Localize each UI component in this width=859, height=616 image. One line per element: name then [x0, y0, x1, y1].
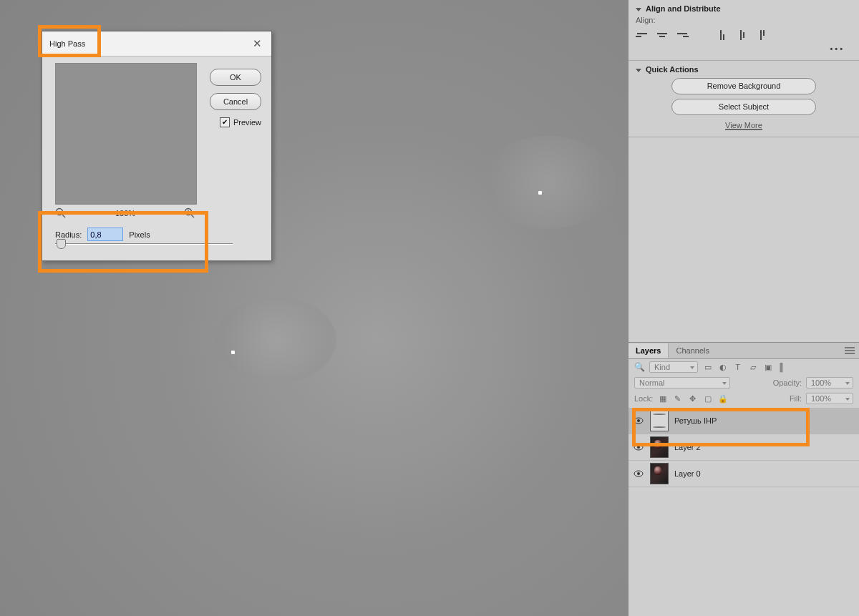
- align-distribute-section: Align and Distribute Align: •••: [629, 0, 859, 61]
- align-top-icon[interactable]: [716, 29, 729, 41]
- lock-label: Lock:: [634, 394, 653, 403]
- lock-fill-row: Lock: ▦ ✎ ✥ ▢ 🔒 Fill: 100%: [629, 391, 859, 406]
- section-title: Align and Distribute: [646, 4, 721, 13]
- filter-pixel-icon[interactable]: ▭: [702, 362, 713, 372]
- face-eye-left: [215, 297, 336, 383]
- lock-artboard-icon[interactable]: ▢: [702, 393, 713, 404]
- align-label: Align:: [636, 16, 852, 24]
- tab-channels[interactable]: Channels: [669, 343, 716, 358]
- visibility-toggle-icon[interactable]: [633, 415, 644, 426]
- lock-all-icon[interactable]: 🔒: [717, 393, 728, 404]
- preview-label: Preview: [233, 118, 261, 127]
- filter-toggle-icon[interactable]: ▌: [777, 362, 788, 372]
- blend-mode-dropdown[interactable]: Normal: [634, 377, 730, 388]
- layers-panel: Layers Channels 🔍 Kind ▭ ◐ T ▱ ▣ ▌ Norma…: [628, 342, 859, 616]
- dialog-title: High Pass: [49, 39, 85, 48]
- quick-actions-section: Quick Actions Remove Background Select S…: [629, 61, 859, 137]
- layer-thumbnail[interactable]: [650, 463, 669, 484]
- svg-line-10: [190, 215, 194, 218]
- tab-layers[interactable]: Layers: [629, 343, 669, 358]
- filter-smart-icon[interactable]: ▣: [762, 362, 773, 372]
- slider-track: [55, 243, 233, 245]
- svg-point-1: [637, 419, 640, 422]
- radius-label: Radius:: [55, 230, 82, 239]
- radius-slider[interactable]: [55, 243, 233, 245]
- more-options-icon[interactable]: •••: [636, 44, 852, 53]
- radius-row: Radius: Pixels: [55, 228, 150, 241]
- close-icon[interactable]: ✕: [250, 37, 264, 50]
- layer-list: Ретушь IHP Layer 2 Layer 0: [629, 406, 859, 487]
- select-subject-button[interactable]: Select Subject: [671, 99, 816, 115]
- panel-menu-icon[interactable]: [845, 347, 855, 354]
- layer-thumbnail[interactable]: [650, 436, 669, 458]
- search-icon: 🔍: [634, 362, 645, 372]
- high-pass-dialog: High Pass ✕ 100% OK Cancel ✔ Preview Rad…: [42, 31, 272, 261]
- layer-thumbnail[interactable]: [650, 410, 669, 431]
- layer-name[interactable]: Layer 2: [674, 443, 701, 451]
- align-icons-row: [636, 29, 852, 41]
- filter-adjust-icon[interactable]: ◐: [717, 362, 728, 372]
- opacity-value[interactable]: 100%: [806, 377, 853, 388]
- preview-checkbox-row[interactable]: ✔ Preview: [220, 117, 261, 127]
- layer-row[interactable]: Ретушь IHP: [629, 408, 859, 434]
- section-title: Quick Actions: [646, 65, 699, 74]
- svg-point-5: [637, 472, 640, 475]
- section-header-align[interactable]: Align and Distribute: [636, 4, 852, 13]
- align-center-h-icon[interactable]: [656, 29, 669, 41]
- filter-kind-dropdown[interactable]: Kind: [649, 361, 698, 373]
- lock-transparency-icon[interactable]: ▦: [657, 393, 668, 404]
- dialog-titlebar[interactable]: High Pass ✕: [42, 31, 271, 57]
- layer-row[interactable]: Layer 0: [629, 461, 859, 487]
- lock-pixels-icon[interactable]: ✎: [672, 393, 683, 404]
- fill-label: Fill:: [790, 394, 802, 403]
- layer-filter-row: 🔍 Kind ▭ ◐ T ▱ ▣ ▌: [629, 359, 859, 375]
- align-bottom-icon[interactable]: [756, 29, 769, 41]
- zoom-out-icon[interactable]: [55, 207, 67, 219]
- specular-1: [231, 351, 235, 354]
- svg-line-7: [62, 215, 66, 218]
- zoom-row: 100%: [55, 207, 195, 219]
- visibility-toggle-icon[interactable]: [633, 441, 644, 453]
- specular-2: [538, 191, 542, 195]
- filter-shape-icon[interactable]: ▱: [747, 362, 758, 372]
- dialog-body: 100% OK Cancel ✔ Preview Radius: Pixels: [42, 56, 271, 260]
- layer-name[interactable]: Layer 0: [674, 469, 701, 478]
- remove-background-button[interactable]: Remove Background: [671, 78, 816, 94]
- zoom-value: 100%: [115, 209, 135, 217]
- section-header-quick[interactable]: Quick Actions: [636, 65, 852, 74]
- preview-checkbox[interactable]: ✔: [220, 117, 230, 127]
- align-left-icon[interactable]: [636, 29, 649, 41]
- opacity-label: Opacity:: [773, 378, 802, 387]
- lock-position-icon[interactable]: ✥: [687, 393, 698, 404]
- filter-preview[interactable]: [55, 63, 197, 205]
- radius-input[interactable]: [87, 228, 123, 241]
- cancel-button[interactable]: Cancel: [210, 93, 261, 110]
- slider-knob[interactable]: [57, 239, 66, 249]
- properties-panel: Align and Distribute Align: ••• Quick Ac…: [628, 0, 859, 342]
- radius-unit: Pixels: [129, 230, 150, 239]
- layer-name[interactable]: Ретушь IHP: [674, 416, 717, 425]
- view-more-link[interactable]: View More: [725, 121, 762, 130]
- panel-tabs: Layers Channels: [629, 343, 859, 359]
- fill-value[interactable]: 100%: [806, 393, 853, 404]
- ok-button[interactable]: OK: [210, 69, 261, 86]
- zoom-in-icon[interactable]: [184, 207, 195, 219]
- svg-point-3: [637, 446, 640, 449]
- filter-type-icon[interactable]: T: [732, 362, 743, 372]
- align-center-v-icon[interactable]: [736, 29, 749, 41]
- blend-opacity-row: Normal Opacity: 100%: [629, 375, 859, 391]
- visibility-toggle-icon[interactable]: [633, 468, 644, 479]
- face-eye-right: [480, 136, 616, 229]
- align-right-icon[interactable]: [676, 29, 689, 41]
- layer-row[interactable]: Layer 2: [629, 434, 859, 461]
